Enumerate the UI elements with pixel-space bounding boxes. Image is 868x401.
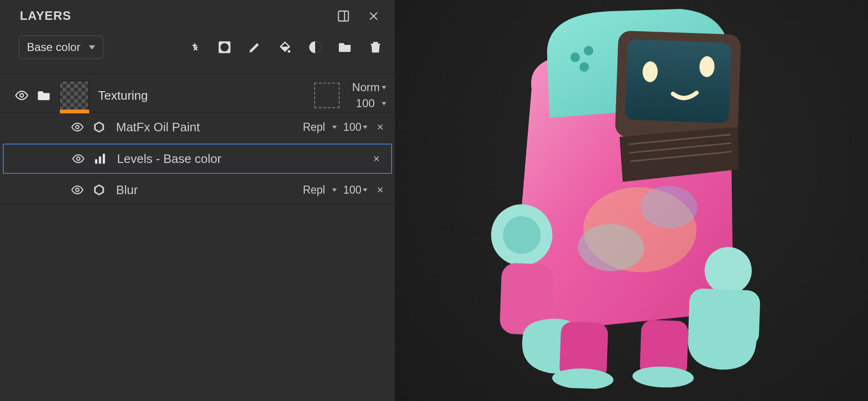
visibility-toggle-icon[interactable] xyxy=(71,151,86,166)
svg-rect-22 xyxy=(625,39,732,123)
svg-rect-12 xyxy=(99,156,101,163)
delete-layer-icon[interactable] xyxy=(368,40,383,54)
panel-header: LAYERS xyxy=(0,0,395,32)
svg-rect-13 xyxy=(103,154,105,164)
add-fill-layer-icon[interactable] xyxy=(278,40,292,54)
opacity-value: 100 xyxy=(343,184,361,196)
layers-panel: LAYERS Base color xyxy=(0,0,395,401)
panel-layout-icon[interactable] xyxy=(336,9,351,23)
smart-effect-icon xyxy=(92,120,106,134)
header-icon-group xyxy=(336,9,381,23)
chevron-down-icon xyxy=(382,102,386,105)
toolbar-icons xyxy=(187,40,383,54)
add-group-icon[interactable] xyxy=(338,40,352,54)
robot-model-preview xyxy=(465,0,780,394)
close-panel-icon[interactable] xyxy=(367,9,381,23)
remove-layer-icon[interactable]: × xyxy=(370,152,383,165)
blend-mode-dropdown[interactable]: Repl xyxy=(303,184,337,196)
blend-mode-dropdown[interactable]: Repl xyxy=(303,121,337,134)
blend-mode-dropdown[interactable]: Norm xyxy=(352,81,386,94)
sublayer-controls: Repl 100 × xyxy=(303,120,386,134)
visibility-toggle-icon[interactable] xyxy=(70,119,85,135)
layers-list: Texturing Norm 100 MatFx Oil Paint Repl … xyxy=(0,74,395,401)
panel-title: LAYERS xyxy=(20,9,71,23)
svg-point-8 xyxy=(20,94,24,97)
layer-thumbnail xyxy=(59,81,89,110)
sublayer-row[interactable]: Levels - Base color × xyxy=(3,144,392,174)
sublayer-name-label: Levels - Base color xyxy=(117,152,363,166)
blend-mode-label: Repl xyxy=(303,184,325,196)
sublayer-name-label: MatFx Oil Paint xyxy=(116,120,295,135)
visibility-toggle-icon[interactable] xyxy=(14,88,29,103)
group-name-label: Texturing xyxy=(98,88,308,103)
sublayer-name-label: Blur xyxy=(116,183,295,197)
svg-point-14 xyxy=(76,188,79,192)
chevron-down-icon xyxy=(332,188,337,192)
chevron-down-icon xyxy=(382,86,386,89)
remove-layer-icon[interactable]: × xyxy=(374,183,386,196)
svg-point-5 xyxy=(220,43,229,51)
svg-point-10 xyxy=(77,157,80,161)
sublayer-row[interactable]: MatFx Oil Paint Repl 100 × xyxy=(0,113,395,142)
add-effect-icon[interactable] xyxy=(187,40,201,54)
add-paint-layer-icon[interactable] xyxy=(248,40,262,54)
sublayer-row[interactable]: Blur Repl 100 × xyxy=(0,176,395,205)
layer-group-row[interactable]: Texturing Norm 100 xyxy=(0,74,395,113)
svg-point-9 xyxy=(76,126,79,129)
svg-rect-0 xyxy=(339,11,349,21)
smart-effect-icon xyxy=(92,183,106,196)
chevron-down-icon xyxy=(363,126,367,129)
chevron-down-icon xyxy=(89,45,95,50)
layers-toolbar: Base color xyxy=(0,32,395,74)
levels-icon xyxy=(93,152,107,165)
svg-rect-11 xyxy=(95,159,98,163)
opacity-control[interactable]: 100 xyxy=(356,97,386,110)
opacity-control[interactable]: 100 xyxy=(343,121,367,134)
add-mask-icon[interactable] xyxy=(217,40,232,54)
svg-point-6 xyxy=(288,50,291,53)
group-settings: Norm 100 xyxy=(352,81,386,110)
channel-dropdown[interactable]: Base color xyxy=(19,35,103,59)
chevron-down-icon xyxy=(363,188,367,192)
sublayer-controls: × xyxy=(370,152,383,165)
sublayer-controls: Repl 100 × xyxy=(303,183,386,196)
visibility-toggle-icon[interactable] xyxy=(70,182,85,197)
thumbnail-accent-bar xyxy=(60,110,89,113)
chevron-down-icon xyxy=(332,126,337,129)
channel-dropdown-label: Base color xyxy=(27,41,80,54)
mask-slot[interactable] xyxy=(314,83,340,108)
add-smart-material-icon[interactable] xyxy=(308,40,322,54)
opacity-value: 100 xyxy=(356,97,375,110)
folder-icon xyxy=(36,88,53,102)
blend-mode-label: Norm xyxy=(352,81,380,94)
remove-layer-icon[interactable]: × xyxy=(374,120,386,134)
viewport-3d[interactable] xyxy=(395,0,868,401)
blend-mode-label: Repl xyxy=(303,121,325,134)
opacity-value: 100 xyxy=(343,121,361,134)
opacity-control[interactable]: 100 xyxy=(343,184,367,196)
